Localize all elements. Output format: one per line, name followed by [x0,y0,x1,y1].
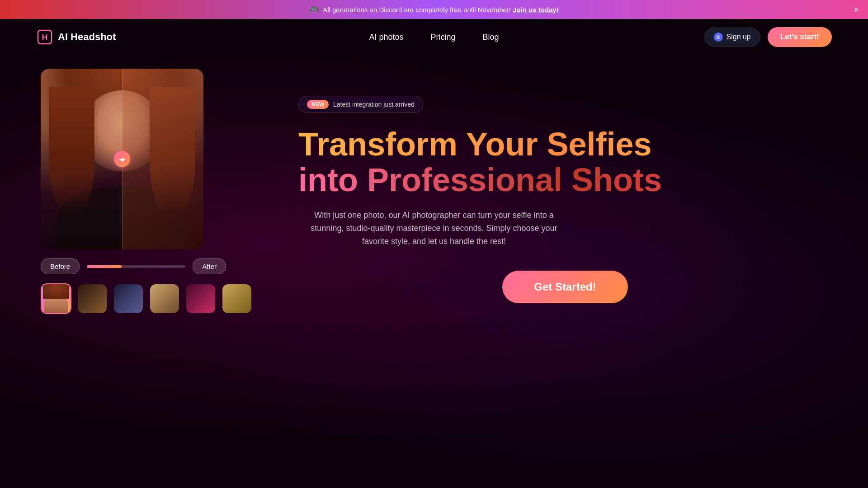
hero-text: NEW Latest integration just arrived Tran… [226,69,832,303]
main-content: Before After [0,55,868,314]
badge-new-label: NEW [307,100,329,109]
hero-subtitle: With just one photo, our AI photographer… [298,209,570,248]
hero-title: Transform Your Selfies into Professional… [298,127,832,198]
thumb-image-4 [150,284,179,313]
nav-pricing[interactable]: Pricing [431,33,456,42]
thumb-image-2 [78,284,107,313]
thumbnail-4[interactable] [149,283,180,314]
image-section: Before After [36,69,226,314]
slider-fill [87,265,121,268]
nav-blog[interactable]: Blog [483,33,499,42]
signup-label: Sign up [726,33,751,41]
thumbnail-1[interactable] [41,283,71,314]
badge-text: Latest integration just arrived [333,101,415,108]
thumbnail-3[interactable] [113,283,144,314]
hero-title-line2: into Professional Shots [298,162,832,198]
split-handle[interactable] [114,151,130,167]
announcement-link[interactable]: Join us today! [513,6,559,14]
thumb-image-5 [186,284,215,313]
announcement-bar: 🎮 All generations on Discord are complet… [0,0,868,19]
signup-button[interactable]: d Sign up [704,28,760,47]
thumbnail-5[interactable] [185,283,216,314]
discord-icon: 🎮 [309,5,319,14]
thumbnail-2[interactable] [77,283,108,314]
discord-icon-small: d [714,33,723,42]
thumb-image-1 [42,284,71,313]
thumb-image-3 [114,284,143,313]
comparison-slider[interactable] [87,265,185,268]
nav-actions: d Sign up Let's start! [704,27,832,47]
logo-text: AI Headshot [58,31,116,43]
comparison-image [41,69,203,249]
nav-ai-photos[interactable]: AI photos [369,33,403,42]
after-button[interactable]: After [193,258,226,274]
navbar: H AI Headshot AI photos Pricing Blog d S… [0,19,868,55]
announcement-text: All generations on Discord are completel… [323,6,511,14]
before-button[interactable]: Before [41,258,80,274]
hero-title-line1: Transform Your Selfies [298,127,832,162]
get-started-button[interactable]: Get Started! [502,271,627,303]
thumbnail-6[interactable] [222,283,252,314]
svg-text:H: H [42,33,48,42]
close-button[interactable]: × [854,5,859,14]
comparison-controls: Before After [41,258,226,274]
logo-icon: H [36,28,53,46]
lets-start-button[interactable]: Let's start! [768,27,832,47]
thumb-image-6 [222,284,251,313]
nav-links: AI photos Pricing Blog [369,33,499,42]
new-badge: NEW Latest integration just arrived [298,96,423,113]
thumbnail-strip [41,283,226,314]
logo[interactable]: H AI Headshot [36,28,116,46]
